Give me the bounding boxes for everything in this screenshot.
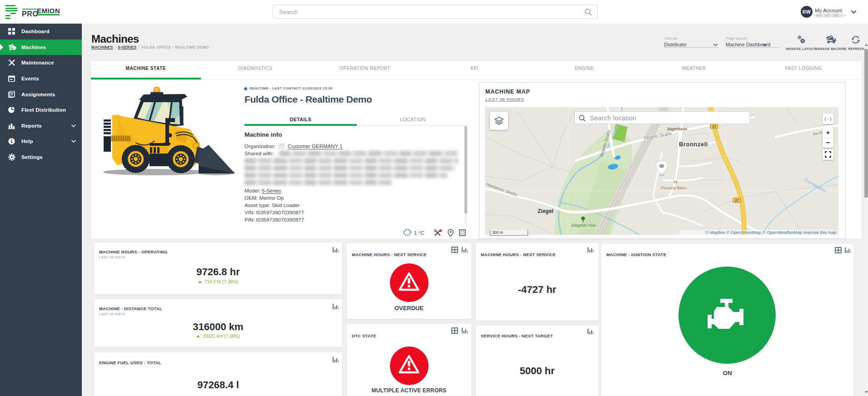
svg-text:¶¶: ¶¶ [673, 180, 678, 184]
svg-text:27: 27 [735, 198, 738, 203]
svg-text:Pizzeria Blero: Pizzeria Blero [661, 186, 687, 190]
svg-text:27: 27 [712, 124, 716, 129]
svg-text:Jägerhaus: Jägerhaus [667, 127, 687, 131]
svg-text:Ziegel: Ziegel [538, 208, 554, 214]
svg-text:Bronnzell: Bronnzell [679, 141, 708, 148]
svg-text:Ziegeler Aue: Ziegeler Aue [571, 223, 596, 228]
